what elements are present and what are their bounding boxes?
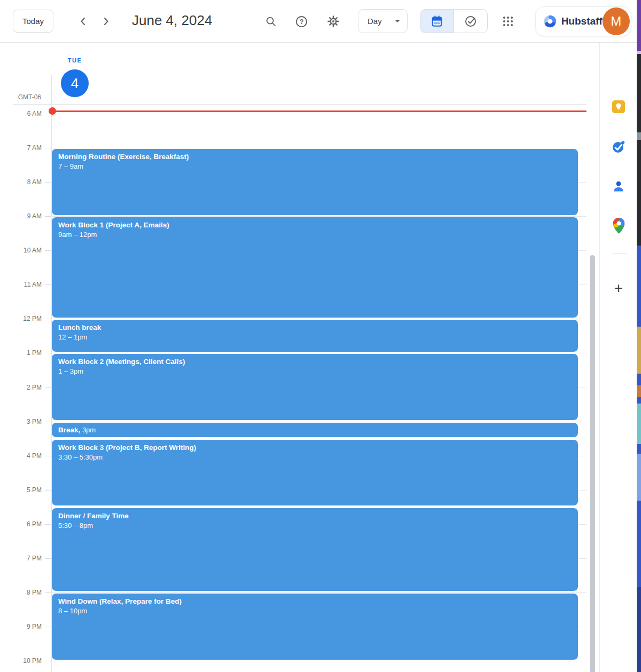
time-label: 10 AM [0, 247, 42, 254]
calendar-event[interactable]: Lunch break12 – 1pm [52, 320, 578, 352]
current-time-line [51, 110, 587, 112]
time-label: 2 PM [0, 384, 42, 391]
event-title: Morning Routine (Exercise, Breakfast) [58, 152, 572, 162]
time-label: 4 PM [0, 452, 42, 460]
weekday-label: TUE [51, 57, 98, 64]
google-keep-button[interactable] [612, 100, 626, 114]
hour-tick [45, 592, 51, 593]
previous-day-button[interactable] [75, 13, 92, 30]
page-title: June 4, 2024 [132, 12, 212, 29]
user-avatar[interactable]: M [603, 7, 630, 35]
chevron-right-icon [101, 17, 111, 26]
day-number-badge[interactable]: 4 [61, 69, 89, 97]
time-label: 6 AM [0, 110, 42, 117]
google-apps-button[interactable] [498, 12, 518, 31]
hour-tick [45, 353, 51, 353]
event-title: Break, [58, 426, 80, 434]
google-tasks-icon [612, 140, 626, 154]
hour-gridline [51, 319, 587, 319]
google-contacts-icon [612, 180, 625, 193]
grid-top-rule [13, 104, 587, 105]
view-selector-dropdown[interactable]: Day [358, 9, 408, 33]
event-time: 3:30 – 5:30pm [58, 453, 572, 462]
hour-tick [45, 250, 51, 251]
calendar-view-toggle[interactable] [420, 10, 454, 33]
time-label: 9 AM [0, 212, 42, 220]
hour-tick [45, 627, 51, 627]
hubstaff-logo-icon [543, 14, 558, 29]
hour-tick [45, 284, 51, 285]
search-icon [265, 15, 277, 27]
chevron-left-icon [79, 17, 88, 26]
time-label: 9 PM [0, 623, 42, 630]
time-label: 11 AM [0, 281, 42, 288]
hour-gridline [51, 148, 587, 148]
calendar-tasks-toggle [420, 9, 488, 33]
hour-gridline [51, 422, 587, 422]
time-label: 8 PM [0, 589, 42, 596]
event-time: 9am – 12pm [58, 230, 572, 240]
hour-tick [45, 524, 51, 525]
google-tasks-button[interactable] [612, 140, 626, 154]
calendar-event[interactable]: Break, 3pm [52, 423, 578, 438]
timezone-label: GMT-06 [0, 93, 41, 101]
hour-tick [45, 422, 51, 422]
calendar-event[interactable]: Work Block 1 (Project A, Emails)9am – 12… [52, 217, 578, 318]
calendar-event[interactable]: Work Block 3 (Project B, Report Writing)… [52, 440, 578, 506]
settings-gear-icon [327, 15, 340, 28]
hour-tick [45, 661, 51, 661]
vertical-scrollbar[interactable] [590, 255, 595, 672]
hour-gridline [51, 216, 587, 217]
google-maps-button[interactable] [612, 219, 626, 233]
hour-gridline [51, 661, 587, 661]
hubstaff-extension-pill[interactable]: Hubstaff M [535, 6, 631, 36]
chevron-down-icon [395, 20, 400, 22]
apps-grid-icon [503, 16, 513, 27]
top-toolbar: Today June 4, 2024 ? [0, 0, 641, 43]
get-add-ons-button[interactable]: + [609, 279, 628, 297]
time-label: 6 PM [0, 520, 42, 528]
event-time: 8 – 10pm [58, 606, 572, 616]
time-label: 10 PM [0, 657, 42, 665]
header-divider [0, 42, 637, 43]
google-side-rail: + [599, 43, 637, 672]
hubstaff-brand-name: Hubstaff [561, 15, 603, 27]
hour-gridline [51, 592, 587, 593]
hour-gridline [51, 353, 587, 353]
help-button[interactable]: ? [293, 13, 310, 30]
google-contacts-button[interactable] [612, 179, 626, 193]
event-title: Wind Down (Relax, Prepare for Bed) [58, 596, 572, 606]
today-button[interactable]: Today [13, 10, 53, 33]
settings-button[interactable] [325, 13, 342, 30]
view-selector-value: Day [368, 17, 382, 26]
hour-tick [45, 388, 51, 388]
hour-tick [45, 490, 51, 491]
search-button[interactable] [262, 13, 279, 30]
time-label: 7 AM [0, 144, 42, 152]
calendar-event[interactable]: Work Block 2 (Meetings, Client Calls)1 –… [52, 354, 578, 420]
google-keep-icon [612, 100, 626, 114]
calendar-event[interactable]: Morning Routine (Exercise, Breakfast)7 –… [52, 149, 578, 215]
event-time: 3pm [80, 426, 96, 434]
tasks-view-toggle[interactable] [454, 10, 487, 33]
tasks-view-icon [464, 15, 477, 28]
event-time: 12 – 1pm [58, 333, 572, 342]
event-time: 7 – 9am [58, 162, 572, 171]
calendar-app: Today June 4, 2024 ? [0, 0, 641, 672]
event-title: Lunch break [58, 322, 572, 333]
background-window-sliver [637, 0, 641, 672]
next-day-button[interactable] [97, 13, 114, 30]
help-icon: ? [295, 15, 308, 28]
time-label: 1 PM [0, 349, 42, 357]
calendar-event[interactable]: Dinner / Family Time5:30 – 8pm [52, 508, 578, 591]
rail-divider [613, 254, 627, 254]
hour-tick [45, 456, 51, 456]
calendar-event[interactable]: Wind Down (Relax, Prepare for Bed)8 – 10… [52, 594, 578, 660]
hour-gridline [51, 114, 587, 114]
event-title: Dinner / Family Time [58, 511, 572, 521]
event-time: 1 – 3pm [58, 367, 572, 376]
hour-tick [45, 558, 51, 559]
event-title: Work Block 2 (Meetings, Client Calls) [58, 357, 572, 367]
time-label: 12 PM [0, 315, 42, 322]
event-title: Work Block 3 (Project B, Report Writing) [58, 442, 572, 453]
